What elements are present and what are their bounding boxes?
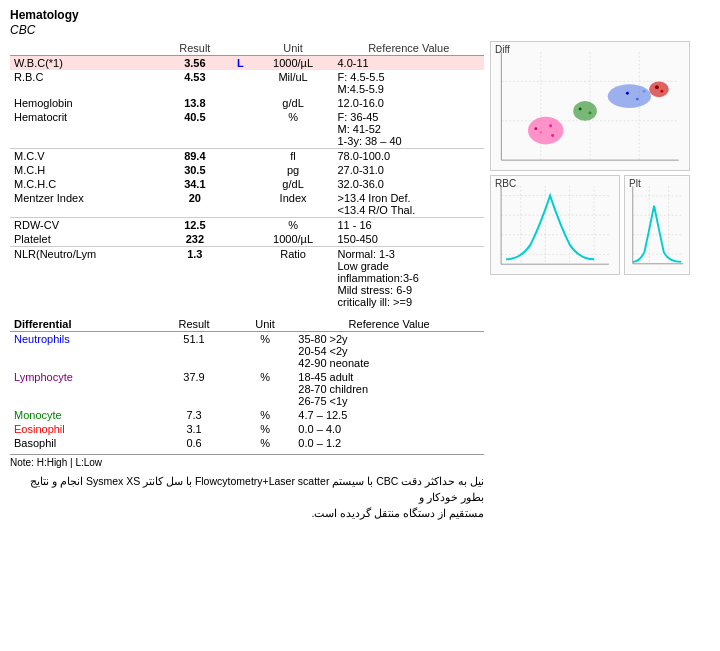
cbc-row-unit: g/dL <box>253 177 334 191</box>
diff-row-name: Lymphocyte <box>10 370 152 408</box>
cbc-row-name: RDW-CV <box>10 218 162 233</box>
cbc-row-flag <box>228 247 253 310</box>
cbc-row-name: M.C.V <box>10 149 162 164</box>
cbc-row: M.C.H.C 34.1 g/dL 32.0-36.0 <box>10 177 484 191</box>
diff-row-ref: 18-45 adult 28-70 children 26-75 <1y <box>294 370 484 408</box>
cbc-row-flag <box>228 191 253 218</box>
svg-point-14 <box>579 107 582 110</box>
svg-point-7 <box>573 101 597 121</box>
cbc-row-name: Hemoglobin <box>10 96 162 110</box>
svg-point-10 <box>549 124 552 127</box>
note-line: Note: H:High | L:Low <box>10 454 484 468</box>
cbc-row: NLR(Neutro/Lym 1.3 Ratio Normal: 1-3 Low… <box>10 247 484 310</box>
cbc-row-unit: Ratio <box>253 247 334 310</box>
diff-row-unit: % <box>236 332 295 371</box>
cbc-row-unit: pg <box>253 163 334 177</box>
cbc-row-result: 20 <box>162 191 228 218</box>
cbc-row-name: Platelet <box>10 232 162 247</box>
plt-chart-label: Plt <box>629 178 641 189</box>
diff-row-unit: % <box>236 370 295 408</box>
cbc-row-ref: 11 - 16 <box>333 218 484 233</box>
cbc-row-result: 30.5 <box>162 163 228 177</box>
cbc-row-result: 4.53 <box>162 70 228 96</box>
diff-row: Eosinophil 3.1 % 0.0 – 4.0 <box>10 422 484 436</box>
cbc-row-name: M.C.H.C <box>10 177 162 191</box>
footer-text: نیل به حداکثر دقت CBC با سیستم Flowcytom… <box>10 474 484 521</box>
diff-row-result: 37.9 <box>152 370 235 408</box>
cbc-row-unit: Index <box>253 191 334 218</box>
diff-row-name: Monocyte <box>10 408 152 422</box>
diff-col-header: Differential <box>10 317 152 332</box>
diff-row-ref: 0.0 – 4.0 <box>294 422 484 436</box>
cbc-row-flag <box>228 110 253 149</box>
svg-point-9 <box>649 81 669 97</box>
diff-row-name: Basophil <box>10 436 152 450</box>
cbc-row-flag <box>228 149 253 164</box>
diff-row-name: Eosinophil <box>10 422 152 436</box>
cbc-row-ref: F: 36-45 M: 41-52 1-3y: 38 – 40 <box>333 110 484 149</box>
svg-point-20 <box>660 90 663 93</box>
cbc-row-name: Hematocrit <box>10 110 162 149</box>
cbc-row-flag <box>228 177 253 191</box>
cbc-row-ref: 32.0-36.0 <box>333 177 484 191</box>
diff-row-unit: % <box>236 422 295 436</box>
cbc-row-name: M.C.H <box>10 163 162 177</box>
svg-point-15 <box>589 111 592 114</box>
cbc-row-ref: 12.0-16.0 <box>333 96 484 110</box>
diff-row-unit: % <box>236 408 295 422</box>
svg-point-16 <box>626 92 629 95</box>
col-header-ref: Reference Value <box>333 41 484 56</box>
svg-point-8 <box>608 84 651 108</box>
diff-col-header: Result <box>152 317 235 332</box>
diff-row-ref: 0.0 – 1.2 <box>294 436 484 450</box>
cbc-row: Platelet 232 1000/µL 150-450 <box>10 232 484 247</box>
svg-point-18 <box>643 90 646 93</box>
cbc-row-flag: L <box>228 56 253 71</box>
cbc-row-name: NLR(Neutro/Lym <box>10 247 162 310</box>
cbc-row-unit: 1000/µL <box>253 56 334 71</box>
rbc-chart-label: RBC <box>495 178 516 189</box>
svg-rect-34 <box>625 177 689 274</box>
col-header-unit: Unit <box>253 41 334 56</box>
svg-point-13 <box>534 127 537 130</box>
cbc-row: M.C.H 30.5 pg 27.0-31.0 <box>10 163 484 177</box>
cbc-row-result: 12.5 <box>162 218 228 233</box>
cbc-row-name: R.B.C <box>10 70 162 96</box>
cbc-row-name: Mentzer Index <box>10 191 162 218</box>
svg-point-19 <box>655 85 659 89</box>
cbc-row-flag <box>228 70 253 96</box>
cbc-row-ref: 4.0-11 <box>333 56 484 71</box>
cbc-row-unit: Mil/uL <box>253 70 334 96</box>
diff-row-result: 3.1 <box>152 422 235 436</box>
svg-point-17 <box>636 98 639 101</box>
diff-row: Basophil 0.6 % 0.0 – 1.2 <box>10 436 484 450</box>
diff-chart: Diff <box>490 41 690 171</box>
diff-row: Monocyte 7.3 % 4.7 – 12.5 <box>10 408 484 422</box>
cbc-row-flag <box>228 163 253 177</box>
svg-point-11 <box>539 131 542 134</box>
cbc-row-result: 13.8 <box>162 96 228 110</box>
diff-col-header: Reference Value <box>294 317 484 332</box>
cbc-table: Result Unit Reference Value W.B.C(*1) 3.… <box>10 41 484 309</box>
page-title: Hematology <box>10 8 710 22</box>
diff-row-result: 51.1 <box>152 332 235 371</box>
cbc-row: RDW-CV 12.5 % 11 - 16 <box>10 218 484 233</box>
cbc-row-flag <box>228 96 253 110</box>
col-header-name <box>10 41 162 56</box>
cbc-row-result: 89.4 <box>162 149 228 164</box>
diff-chart-label: Diff <box>495 44 510 55</box>
diff-row: Neutrophils 51.1 % 35-80 >2y 20-54 <2y 4… <box>10 332 484 371</box>
diff-row-ref: 4.7 – 12.5 <box>294 408 484 422</box>
diff-row-name: Neutrophils <box>10 332 152 371</box>
cbc-row-ref: Normal: 1-3 Low grade inflammation:3-6 M… <box>333 247 484 310</box>
cbc-row: Mentzer Index 20 Index >13.4 Iron Def. <… <box>10 191 484 218</box>
cbc-row: W.B.C(*1) 3.56 L 1000/µL 4.0-11 <box>10 56 484 71</box>
charts-panel: Diff <box>490 41 710 521</box>
rbc-chart: RBC <box>490 175 620 275</box>
cbc-row-ref: >13.4 Iron Def. <13.4 R/O Thal. <box>333 191 484 218</box>
diff-row-unit: % <box>236 436 295 450</box>
diff-row: Lymphocyte 37.9 % 18-45 adult 28-70 chil… <box>10 370 484 408</box>
col-header-result: Result <box>162 41 228 56</box>
svg-point-12 <box>551 134 554 137</box>
cbc-row-ref: 78.0-100.0 <box>333 149 484 164</box>
